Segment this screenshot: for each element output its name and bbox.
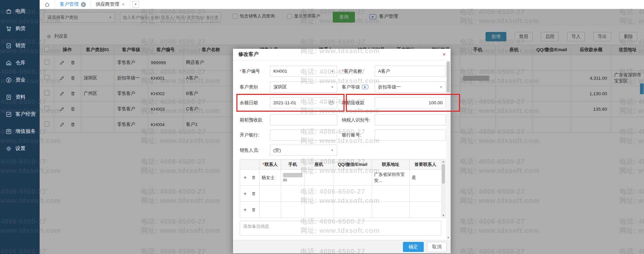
balance-date-label: 余额日期: [240, 100, 270, 106]
customer-name-field[interactable]: [378, 69, 443, 74]
sidebar-item-customer-ops[interactable]: 客户经营: [0, 106, 40, 123]
tab-supplier-management[interactable]: 供应商管理 ✕: [91, 0, 130, 9]
chevron-down-icon: ▼: [331, 70, 334, 73]
tab-customer-management[interactable]: 客户管理 ✕: [55, 0, 91, 9]
sidebar-item-label: 资料: [15, 94, 26, 100]
tab-close-icon[interactable]: ✕: [122, 2, 125, 7]
modal-scrollbar[interactable]: ▼: [446, 61, 450, 240]
masked-mobile: [283, 173, 303, 177]
tab-list-dropdown[interactable]: ▼: [132, 1, 139, 8]
form-row-balance: 余额日期 2021-11-01 期初应收款: [240, 97, 441, 108]
sidebar-item-label: 销货: [15, 42, 26, 49]
contact-col-mobile: 手机: [281, 159, 305, 170]
modal-footer: 确定 取消: [233, 240, 451, 253]
init-prepaid-label: 期初预收款: [240, 117, 270, 123]
form-row-bank: 开户银行: 银行账号:: [240, 130, 441, 141]
add-contact-icon[interactable]: +: [243, 207, 247, 213]
sidebar-item-sales[interactable]: 销货: [0, 37, 40, 54]
customer-category-select[interactable]: 深圳区 ▼: [270, 81, 337, 93]
sidebar-item-funds[interactable]: 资金: [0, 71, 40, 88]
bank-label: 开户银行:: [240, 132, 270, 138]
sidebar-item-label: 设置: [15, 145, 26, 152]
scrollbar-thumb[interactable]: [442, 164, 445, 184]
funds-yen-icon: [6, 77, 12, 83]
contact-col-qq: QQ/微信/Email: [333, 159, 372, 170]
bank-account-label: 银行账号:: [342, 132, 375, 138]
cancel-button[interactable]: 取消: [427, 242, 447, 252]
contacts-table-wrap: *联系人 手机 座机 QQ/微信/Email 联系地址 首要联系人 + 杨女士 …: [240, 159, 441, 218]
calendar-icon: [329, 100, 334, 105]
delete-trash-icon[interactable]: [251, 175, 256, 180]
sidebar-item-label: 电商: [15, 8, 26, 14]
sidebar-item-ecommerce[interactable]: 电商: [0, 3, 40, 20]
tax-id-input[interactable]: [375, 114, 446, 125]
sidebar: 电商 购货 销货 仓库 资金 资料 客户经营 增值服务 设置: [0, 0, 40, 254]
edit-customer-modal: 修改客户 × *客户编号 KH001 ▼ *客户名称 客户类别 深圳区 ▼ 客户…: [233, 49, 451, 253]
modal-close-icon[interactable]: ×: [443, 51, 446, 57]
init-receivable-label: 期初应收款: [342, 100, 375, 106]
tab-bar: 客户管理 ✕ 供应商管理 ✕ ▼: [40, 0, 644, 9]
init-prepaid-field[interactable]: [273, 117, 334, 122]
tab-close-icon[interactable]: ✕: [81, 2, 86, 7]
remark-textarea[interactable]: [240, 221, 441, 235]
sidebar-item-label: 增值服务: [15, 128, 36, 135]
value-service-icon: [6, 129, 12, 135]
scroll-down-icon[interactable]: ▼: [446, 236, 450, 239]
bank-input[interactable]: [270, 130, 337, 141]
sidebar-item-data[interactable]: 资料: [0, 88, 40, 106]
bank-account-field[interactable]: [378, 133, 443, 138]
sidebar-item-label: 购货: [15, 25, 26, 32]
add-contact-icon[interactable]: +: [243, 191, 247, 196]
salesperson-select[interactable]: (空) ▼: [270, 145, 337, 156]
contact-col-name: *联系人: [260, 159, 281, 170]
contact-row[interactable]: + 杨女士 86 广东省深圳市宝安... 是: [240, 170, 442, 186]
tab-label: 供应商管理: [96, 1, 119, 7]
add-contact-icon[interactable]: +: [243, 175, 247, 180]
form-row-code-name: *客户编号 KH001 ▼ *客户名称: [240, 66, 441, 77]
balance-date-picker[interactable]: 2021-11-01: [270, 97, 337, 108]
contacts-scrollbar[interactable]: ▲ ▼: [441, 159, 446, 218]
sidebar-item-purchase[interactable]: 购货: [0, 20, 40, 37]
tax-id-label: 纳税人识别号:: [342, 117, 375, 123]
contact-col-address: 联系地址: [372, 159, 410, 170]
chevron-down-icon: ▼: [331, 85, 334, 89]
init-receivable-input[interactable]: [375, 97, 446, 108]
customer-ops-icon: [6, 111, 12, 117]
tax-id-field[interactable]: [378, 117, 443, 122]
customer-category-label: 客户类别: [240, 84, 270, 90]
customer-name-label: *客户名称: [342, 68, 375, 74]
contacts-header-row: *联系人 手机 座机 QQ/微信/Email 联系地址 首要联系人: [240, 159, 442, 170]
form-row-prepaid-tax: 期初预收款 纳税人识别号:: [240, 114, 441, 125]
customer-grade-select[interactable]: 折扣等级一 ▼: [375, 81, 446, 93]
customer-name-input[interactable]: [375, 66, 446, 77]
app-root: { "watermark": { "phone": "电话: 4006-6500…: [0, 0, 644, 254]
scroll-down-icon[interactable]: ▼: [442, 214, 445, 217]
form-row-category-grade: 客户类别 深圳区 ▼ 客户等级 ▶ 折扣等级一 ▼: [240, 81, 441, 93]
video-play-icon[interactable]: ▶: [362, 85, 368, 89]
scroll-up-icon[interactable]: ▲: [442, 160, 445, 163]
confirm-button[interactable]: 确定: [403, 242, 424, 252]
init-receivable-field[interactable]: [378, 100, 443, 105]
form-row-salesperson: 销售人员: (空) ▼: [240, 145, 441, 156]
contact-col-landline: 座机: [305, 159, 333, 170]
contacts-table: *联系人 手机 座机 QQ/微信/Email 联系地址 首要联系人 + 杨女士 …: [240, 159, 442, 218]
settings-gear-icon: [6, 146, 12, 152]
delete-trash-icon[interactable]: [251, 191, 256, 196]
customer-grade-label: 客户等级 ▶: [342, 84, 375, 90]
chevron-down-icon: ▼: [440, 85, 443, 89]
bank-account-input[interactable]: [375, 130, 446, 141]
warehouse-icon: [6, 60, 12, 66]
customer-code-select[interactable]: KH001 ▼: [270, 66, 337, 77]
contact-col-primary: 首要联系人: [410, 159, 442, 170]
contact-row[interactable]: +: [240, 186, 442, 202]
contact-row[interactable]: +: [240, 202, 442, 218]
chevron-down-icon: ▼: [331, 149, 334, 152]
sidebar-item-settings[interactable]: 设置: [0, 140, 40, 157]
home-tab-button[interactable]: [40, 0, 55, 9]
init-prepaid-input[interactable]: [270, 114, 337, 125]
scrollbar-thumb[interactable]: [447, 62, 450, 93]
bank-field[interactable]: [273, 133, 334, 138]
sidebar-item-warehouse[interactable]: 仓库: [0, 54, 40, 71]
delete-trash-icon[interactable]: [251, 208, 256, 212]
sidebar-item-value-service[interactable]: 增值服务: [0, 123, 40, 140]
